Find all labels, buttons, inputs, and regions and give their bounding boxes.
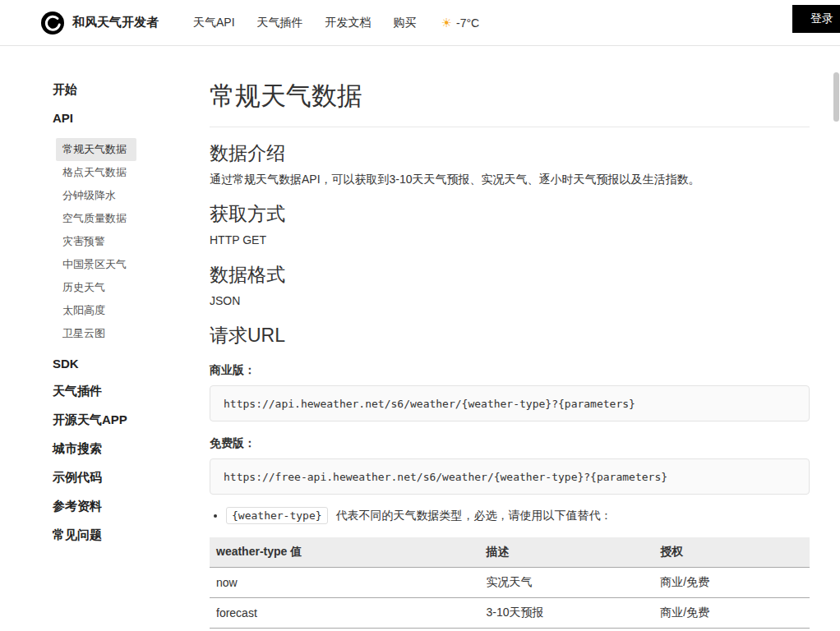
sidebar-item-weather-plugin[interactable]: 天气插件	[53, 384, 210, 399]
table-row: now 实况天气 商业/免费	[210, 567, 810, 597]
nav-item-weather-plugin[interactable]: 天气插件	[257, 16, 303, 30]
brand-name: 和风天气开发者	[72, 15, 159, 30]
main-nav: 天气API 天气插件 开发文档 购买	[193, 16, 417, 30]
sidebar-item-sdk[interactable]: SDK	[53, 357, 210, 371]
cell-authorization: 商业/免费	[653, 567, 810, 597]
table-row: hourly 逐小时预报 商业/免费	[210, 628, 810, 631]
top-navbar: 和风天气开发者 天气API 天气插件 开发文档 购买 ☀ -7°C 登录	[0, 0, 840, 46]
cell-type: now	[210, 567, 480, 597]
table-row: forecast 3-10天预报 商业/免费	[210, 597, 810, 628]
sun-icon: ☀	[441, 16, 452, 29]
table-header-row: weather-type 值 描述 授权	[210, 537, 810, 568]
sidebar-item-sample-code[interactable]: 示例代码	[53, 470, 210, 486]
cell-type: forecast	[210, 597, 480, 628]
sidebar-item-scenic-weather[interactable]: 中国景区天气	[56, 253, 136, 276]
sidebar-item-api[interactable]: API	[53, 111, 210, 125]
sidebar-item-regular-weather[interactable]: 常规天气数据	[56, 138, 136, 161]
parameter-notes: {weather-type} 代表不同的天气数据类型，必选，请使用以下值替代：	[211, 506, 810, 526]
weather-type-note-text: 代表不同的天气数据类型，必选，请使用以下值替代：	[335, 509, 612, 522]
sidebar-item-solar-elevation[interactable]: 太阳高度	[56, 299, 115, 322]
cell-description: 3-10天预报	[480, 597, 654, 628]
sidebar-item-air-quality[interactable]: 空气质量数据	[56, 207, 136, 230]
current-temperature: -7°C	[456, 16, 479, 30]
login-button[interactable]: 登录	[792, 5, 840, 33]
table-header-weather-type: weather-type 值	[210, 537, 480, 568]
weather-type-note: {weather-type} 代表不同的天气数据类型，必选，请使用以下值替代：	[226, 506, 810, 526]
sidebar-item-minutely-rain[interactable]: 分钟级降水	[56, 184, 126, 207]
sidebar-item-disaster-warning[interactable]: 灾害预警	[56, 230, 115, 253]
cell-description: 逐小时预报	[480, 628, 654, 631]
weather-type-inline-code: {weather-type}	[226, 507, 328, 524]
weather-type-table: weather-type 值 描述 授权 now 实况天气 商业/免费 fore…	[210, 537, 810, 631]
nav-item-weather-api[interactable]: 天气API	[193, 16, 235, 30]
sidebar-item-start[interactable]: 开始	[53, 82, 210, 98]
page-title: 常规天气数据	[210, 79, 810, 127]
free-url-codeblock: https://free-api.heweather.net/s6/weathe…	[210, 458, 810, 495]
cell-description: 实况天气	[480, 567, 654, 597]
commercial-version-label: 商业版：	[210, 362, 810, 379]
section-heading-request-url: 请求URL	[210, 323, 810, 348]
sidebar-item-grid-weather[interactable]: 格点天气数据	[56, 161, 136, 184]
sidebar-item-faq[interactable]: 常见问题	[53, 527, 210, 543]
section-heading-method: 获取方式	[210, 201, 810, 227]
nav-item-buy[interactable]: 购买	[394, 16, 417, 30]
heweather-logo-icon	[41, 12, 64, 35]
weather-widget: ☀ -7°C	[441, 16, 480, 30]
commercial-url-codeblock: https://api.heweather.net/s6/weather/{we…	[210, 385, 810, 421]
intro-paragraph: 通过常规天气数据API，可以获取到3-10天天气预报、实况天气、逐小时天气预报以…	[210, 171, 810, 188]
sidebar-item-satellite-cloud[interactable]: 卫星云图	[56, 322, 115, 345]
table-header-description: 描述	[480, 537, 654, 568]
sidebar-item-references[interactable]: 参考资料	[53, 499, 210, 514]
sidebar-api-sublist: 常规天气数据 格点天气数据 分钟级降水 空气质量数据 灾害预警 中国景区天气 历…	[56, 138, 210, 345]
scrollbar-thumb[interactable]	[833, 72, 839, 122]
commercial-url: https://api.heweather.net/s6/weather/{we…	[224, 398, 635, 410]
table-header-authorization: 授权	[653, 537, 810, 568]
format-value: JSON	[210, 292, 810, 310]
section-heading-format: 数据格式	[210, 262, 810, 288]
free-version-label: 免费版：	[210, 435, 810, 452]
cell-type: hourly	[210, 628, 480, 631]
method-value: HTTP GET	[210, 232, 810, 249]
doc-content: 常规天气数据 数据介绍 通过常规天气数据API，可以获取到3-10天天气预报、实…	[210, 46, 840, 631]
sidebar-item-open-source-app[interactable]: 开源天气APP	[53, 412, 210, 428]
cell-authorization: 商业/免费	[653, 597, 810, 628]
sidebar: 开始 API 常规天气数据 格点天气数据 分钟级降水 空气质量数据 灾害预警 中…	[0, 46, 210, 631]
free-url: https://free-api.heweather.net/s6/weathe…	[224, 471, 667, 483]
sidebar-item-city-search[interactable]: 城市搜索	[53, 441, 210, 457]
nav-item-dev-docs[interactable]: 开发文档	[325, 16, 372, 30]
cell-authorization: 商业/免费	[653, 628, 810, 631]
section-heading-intro: 数据介绍	[210, 140, 810, 166]
sidebar-item-historical-weather[interactable]: 历史天气	[56, 276, 115, 299]
